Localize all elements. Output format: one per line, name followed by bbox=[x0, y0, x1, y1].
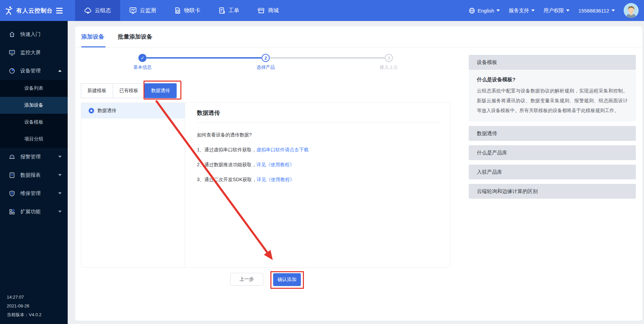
primary-nav: 云组态 云监测 物联卡 工单 bbox=[75, 0, 288, 21]
menu-toggle-icon[interactable] bbox=[56, 8, 63, 14]
sidebar-item-alarm-management[interactable]: 报警管理 bbox=[0, 148, 68, 166]
tab-batch-add-device[interactable]: 批量添加设备 bbox=[118, 26, 152, 47]
panel-question: 如何查看设备的透传数据? bbox=[197, 132, 441, 138]
version-label: 当前版本：V4.0.2 bbox=[7, 310, 42, 319]
tutorial-link-sdk[interactable]: 详见《使用教程》 bbox=[257, 177, 295, 182]
sidebar-item-label: 快速入门 bbox=[20, 31, 41, 38]
app-grid-icon bbox=[9, 209, 15, 215]
sidebar-subitem-device-list[interactable]: 设备列表 bbox=[0, 80, 68, 97]
sidebar-subitem-project-group[interactable]: 项目分组 bbox=[0, 131, 68, 148]
help-column: 设备模板 什么是设备模板? 云组态系统中配置与设备数据协议的解析规则，实现远程采… bbox=[469, 55, 636, 199]
sidebar-footer: 14:27:07 2021-08-26 当前版本：V4.0.2 bbox=[7, 293, 42, 319]
instruction-item: 1、通过虚拟串口软件获取，虚拟串口软件请点击下载 bbox=[197, 147, 441, 153]
sidebar-item-label: 报警管理 bbox=[20, 154, 41, 160]
store-icon bbox=[258, 7, 265, 14]
radio-label: 数据透传 bbox=[97, 108, 116, 114]
account-phone: 15588836112 bbox=[578, 8, 609, 14]
confirm-add-button[interactable]: 确认添加 bbox=[273, 273, 301, 286]
template-tab-existing[interactable]: 已有模板 bbox=[113, 83, 145, 98]
sidebar-item-label: 监控大屏 bbox=[20, 49, 41, 56]
nav-item-cloud-scada[interactable]: 云组态 bbox=[75, 0, 120, 21]
sidebar-item-label: 扩展功能 bbox=[20, 209, 41, 215]
subitem-label: 设备列表 bbox=[24, 85, 43, 91]
nav-item-work-order[interactable]: 工单 bbox=[209, 0, 248, 21]
current-date: 2021-08-26 bbox=[7, 302, 42, 310]
download-virtual-serial-link[interactable]: 虚拟串口软件请点击下载 bbox=[257, 147, 309, 152]
instruction-item: 2、通过数据推送功能获取，详见《使用教程》 bbox=[197, 162, 441, 168]
sidebar-item-device-management[interactable]: 设备管理 bbox=[0, 62, 68, 80]
home-icon bbox=[9, 31, 15, 38]
step-2-label: 选择产品 bbox=[245, 64, 286, 70]
permission-label: 用户权限 bbox=[543, 7, 564, 14]
radio-selected-icon[interactable] bbox=[89, 108, 94, 113]
help-subtitle: 什么是设备模板? bbox=[477, 77, 628, 83]
account-menu[interactable]: 15588836112 bbox=[578, 8, 615, 14]
avatar[interactable] bbox=[624, 3, 639, 18]
chevron-down-icon bbox=[496, 9, 500, 12]
sidebar-item-extensions[interactable]: 扩展功能 bbox=[0, 202, 68, 221]
alarm-bell-icon bbox=[9, 154, 15, 160]
sidebar-item-label: 数据报表 bbox=[20, 172, 41, 178]
work-order-icon bbox=[219, 7, 225, 14]
tab-add-device[interactable]: 添加设备 bbox=[81, 26, 104, 47]
main-card: 添加设备 批量添加设备 ✓ 2 3 基本信息 选择产品 接入上云 新建模板 已有… bbox=[75, 26, 642, 321]
help-panel-join-product-library[interactable]: 入驻产品库 bbox=[469, 165, 636, 179]
sidebar: 快速入门 监控大屏 设备管理 设备列表 添加设备 设备模板 项目分组 报警管理 bbox=[0, 21, 68, 324]
nav-item-mall[interactable]: 商城 bbox=[248, 0, 288, 21]
navbar-right: English 服务支持 用户权限 15588836112 bbox=[469, 0, 644, 21]
sidebar-subitem-add-device[interactable]: 添加设备 bbox=[0, 97, 68, 114]
active-tab-underline bbox=[81, 46, 106, 47]
nav-item-label: 物联卡 bbox=[184, 7, 200, 14]
nav-item-label: 云监测 bbox=[140, 7, 156, 14]
step-2-circle: 2 bbox=[262, 54, 270, 62]
passthrough-content-box: 数据透传 数据透传 如何查看设备的透传数据? 1、通过虚拟串口软件获取，虚拟串口… bbox=[81, 103, 450, 267]
nav-item-iot-card[interactable]: 物联卡 bbox=[165, 0, 209, 21]
previous-step-button[interactable]: 上一步 bbox=[230, 273, 263, 286]
panel-divider bbox=[197, 123, 441, 123]
help-panel-data-passthrough[interactable]: 数据透传 bbox=[469, 126, 636, 141]
language-selector[interactable]: English bbox=[469, 7, 500, 14]
panel-title: 数据透传 bbox=[197, 109, 441, 117]
template-tab-passthrough[interactable]: 数据透传 bbox=[145, 83, 177, 98]
brand-logo-icon bbox=[5, 6, 14, 15]
sidebar-item-quick-start[interactable]: 快速入门 bbox=[0, 25, 68, 43]
support-menu[interactable]: 服务支持 bbox=[509, 7, 535, 14]
help-panel-device-template[interactable]: 设备模板 bbox=[469, 55, 636, 70]
option-data-passthrough[interactable]: 数据透传 bbox=[81, 103, 185, 118]
help-text: 云组态系统中配置与设备数据协议的解析规则，实现远程采集和控制。新版云服务将通讯协… bbox=[477, 86, 628, 115]
step-3-label: 接入上云 bbox=[369, 64, 409, 70]
template-tab-new[interactable]: 新建模板 bbox=[81, 83, 113, 98]
help-panel-what-is-product-library[interactable]: 什么是产品库 bbox=[469, 145, 636, 160]
step-3-circle: 3 bbox=[385, 54, 393, 62]
sidebar-item-label: 设备管理 bbox=[20, 68, 41, 74]
avatar-image bbox=[624, 3, 639, 18]
instruction-text: 2、通过数据推送功能获取， bbox=[197, 162, 257, 167]
subitem-label: 添加设备 bbox=[24, 102, 43, 108]
step-1-circle: ✓ bbox=[138, 54, 147, 62]
sidebar-item-maintenance[interactable]: 维保管理 bbox=[0, 184, 68, 202]
sidebar-item-dashboard[interactable]: 监控大屏 bbox=[0, 43, 68, 62]
nav-item-cloud-monitor[interactable]: 云监测 bbox=[120, 0, 165, 21]
chevron-down-icon bbox=[566, 9, 570, 12]
permission-menu[interactable]: 用户权限 bbox=[543, 7, 570, 14]
sidebar-subitem-device-template[interactable]: 设备模板 bbox=[0, 114, 68, 131]
device-management-submenu: 设备列表 添加设备 设备模板 项目分组 bbox=[0, 80, 68, 148]
sim-card-icon bbox=[174, 7, 181, 14]
language-label: English bbox=[478, 8, 494, 14]
help-panel-polling-vs-edge[interactable]: 云端轮询和边缘计算的区别 bbox=[469, 184, 636, 199]
tutorial-link-push[interactable]: 详见《使用教程》 bbox=[257, 162, 294, 167]
device-pie-icon bbox=[9, 68, 15, 74]
sidebar-item-data-report[interactable]: 数据报表 bbox=[0, 166, 68, 184]
brand-title: 有人云控制台 bbox=[16, 7, 53, 15]
report-doc-icon bbox=[9, 172, 15, 178]
help-panel-body: 什么是设备模板? 云组态系统中配置与设备数据协议的解析规则，实现远程采集和控制。… bbox=[469, 70, 636, 122]
option-list-pane: 数据透传 bbox=[81, 103, 185, 267]
cloud-icon bbox=[84, 7, 92, 14]
check-icon: ✓ bbox=[140, 55, 145, 61]
support-label: 服务支持 bbox=[509, 7, 529, 14]
monitor-icon bbox=[129, 7, 137, 14]
step-connector-done bbox=[147, 57, 262, 59]
sidebar-item-label: 维保管理 bbox=[20, 190, 41, 197]
shield-wrench-icon bbox=[9, 190, 15, 197]
brand[interactable]: 有人云控制台 bbox=[0, 0, 68, 21]
